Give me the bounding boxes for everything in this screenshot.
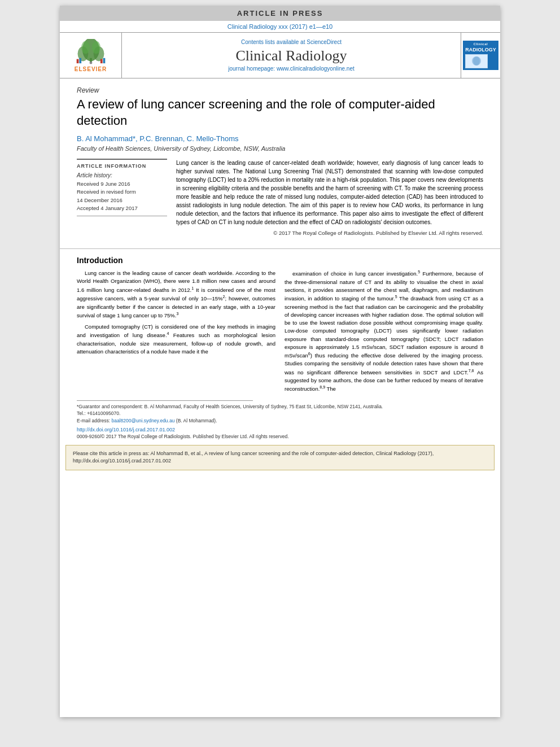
svg-rect-8 <box>79 58 81 63</box>
section-divider <box>60 248 500 249</box>
svg-point-5 <box>91 41 100 54</box>
elsevier-tree-icon <box>71 39 111 64</box>
banner-text: ARTICLE IN PRESS <box>237 9 323 18</box>
copyright-text: © 2017 The Royal College of Radiologists… <box>176 230 483 236</box>
abstract-column: Lung cancer is the leading cause of canc… <box>176 159 483 236</box>
svg-rect-10 <box>103 58 105 63</box>
body-left-col: Lung cancer is the leading cause of canc… <box>77 269 275 397</box>
doi-text[interactable]: http://dx.doi.org/10.1016/j.crad.2017.01… <box>60 425 500 434</box>
citation-text: Please cite this article in press as: Al… <box>73 451 434 464</box>
bottom-copyright: 0009-9260/© 2017 The Royal College of Ra… <box>60 434 500 439</box>
journal-header-section: ELSEVIER Contents lists available at Sci… <box>60 32 500 78</box>
homepage-url[interactable]: www.clinicalradiologyonline.net <box>277 65 355 72</box>
article-content: Review A review of lung cancer screening… <box>60 78 500 242</box>
email-label: E-mail address: <box>77 418 110 423</box>
introduction-title: Introduction <box>77 256 483 265</box>
sciencedirect-line: Contents lists available at ScienceDirec… <box>241 39 342 45</box>
body-right-col: examination of choice in lung cancer inv… <box>285 269 483 397</box>
received-date-1: Received 9 June 2016 <box>77 180 167 188</box>
accepted-date: Accepted 4 January 2017 <box>77 204 167 212</box>
journal-title: Clinical Radiology <box>235 47 347 64</box>
svg-point-6 <box>89 61 92 64</box>
article-title: A review of lung cancer screening and th… <box>77 97 483 129</box>
right-para-1: examination of choice in lung cancer inv… <box>285 269 483 394</box>
email-suffix: (B. Al Mohammad). <box>176 418 217 423</box>
abstract-text: Lung cancer is the leading cause of canc… <box>176 159 483 226</box>
svg-rect-7 <box>76 59 78 63</box>
journal-citation: Clinical Radiology xxx (2017) e1—e10 <box>60 21 500 31</box>
sciencedirect-name[interactable]: ScienceDirect <box>307 39 342 45</box>
footnote-divider <box>77 400 253 401</box>
tel-text: Tel.: +61410095070. <box>77 410 120 416</box>
revised-date: 14 December 2016 <box>77 196 167 204</box>
body-two-col: Lung cancer is the leading cause of canc… <box>77 269 483 397</box>
journal-citation-text: Clinical Radiology xxx (2017) e1—e10 <box>228 23 333 30</box>
introduction-section: Introduction Lung cancer is the leading … <box>60 256 500 397</box>
guarantor-text: *Guarantor and correspondent: B. Al Moha… <box>77 404 383 409</box>
journal-homepage-line: journal homepage: www.clinicalradiologyo… <box>228 65 354 72</box>
citation-banner: Please cite this article in press as: Al… <box>65 445 495 470</box>
journal-center-info: Contents lists available at ScienceDirec… <box>122 33 461 78</box>
footnote-email: E-mail address: baal8200@uni.sydney.edu.… <box>60 417 500 425</box>
svg-point-13 <box>473 56 480 65</box>
article-info-box: ARTICLE INFORMATION Article history: Rec… <box>77 159 167 216</box>
history-title: Article history: <box>77 172 167 178</box>
affiliation: Faculty of Health Sciences, University o… <box>77 145 483 152</box>
article-page: ARTICLE IN PRESS Clinical Radiology xxx … <box>60 6 500 717</box>
received-revised-label: Received in revised form <box>77 188 167 196</box>
footnote-guarantor: *Guarantor and correspondent: B. Al Moha… <box>60 403 500 410</box>
footnote-tel: Tel.: +61410095070. <box>60 410 500 417</box>
article-info-column: ARTICLE INFORMATION Article history: Rec… <box>77 159 167 236</box>
svg-point-4 <box>81 41 90 54</box>
article-in-press-banner: ARTICLE IN PRESS <box>60 6 500 21</box>
elsevier-logo: ELSEVIER <box>60 33 122 78</box>
authors: B. Al Mohammad*, P.C. Brennan, C. Mello-… <box>77 134 483 143</box>
doi-url[interactable]: http://dx.doi.org/10.1016/j.crad.2017.01… <box>77 427 175 433</box>
radiology-logo-box: Clinical RADIOLOGY <box>461 33 500 78</box>
homepage-label: journal homepage: <box>228 65 275 72</box>
radiology-logo-text: Clinical RADIOLOGY <box>463 41 498 70</box>
elsevier-label: ELSEVIER <box>75 66 107 72</box>
svg-rect-9 <box>100 59 102 63</box>
email-link[interactable]: baal8200@uni.sydney.edu.au <box>111 418 174 423</box>
intro-para-2: Computed tomography (CT) is considered o… <box>77 323 275 356</box>
sciencedirect-label: Contents lists available at <box>241 39 305 45</box>
intro-para-1: Lung cancer is the leading cause of canc… <box>77 269 275 320</box>
article-info-title: ARTICLE INFORMATION <box>77 163 167 169</box>
section-label: Review <box>77 86 483 94</box>
article-info-abstract: ARTICLE INFORMATION Article history: Rec… <box>77 159 483 236</box>
